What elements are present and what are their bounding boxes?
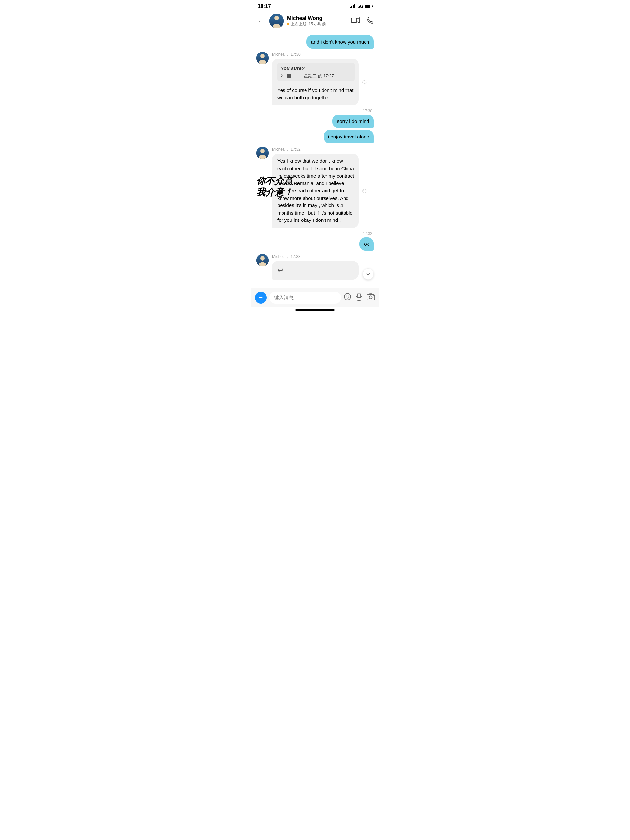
emoji-input-icon[interactable]	[344, 293, 351, 303]
chat-area: and i don't know you much Micheal， 17:30…	[251, 31, 379, 288]
battery-icon	[365, 5, 373, 8]
message-timestamp: 17:30	[256, 109, 374, 113]
chat-header: ← Micheal Wong 上次上线: 15 小时前	[251, 11, 379, 31]
contact-status: 上次上线: 15 小时前	[287, 21, 348, 27]
sent-message-3b: i enjoy travel alone	[256, 130, 374, 144]
message-bubble: sorry i do mind	[332, 115, 374, 128]
svg-rect-9	[358, 293, 360, 298]
camera-icon[interactable]	[366, 293, 375, 302]
header-actions	[351, 16, 374, 25]
received-message-6: Micheal， 17:33 ↩	[256, 254, 374, 279]
svg-rect-4	[351, 18, 357, 23]
message-content: Micheal， 17:32 Yes I know that we don't …	[272, 147, 374, 228]
quoted-message: You sure? ż ■ ，星期二 的 17:27	[277, 63, 355, 81]
message-input[interactable]	[269, 292, 341, 303]
message-content: Micheal， 17:30 You sure? ż ■ ，星期二 的 17:2…	[272, 52, 374, 105]
svg-point-7	[346, 295, 347, 296]
svg-rect-0	[350, 7, 351, 8]
sender-name: Micheal，	[272, 52, 289, 57]
network-type: 5G	[357, 4, 363, 9]
home-bar	[251, 307, 379, 312]
back-button[interactable]: ←	[256, 16, 266, 27]
status-icons: 5G	[350, 4, 373, 9]
status-bar: 10:17 5G	[251, 0, 379, 11]
sender-name: Micheal，	[272, 147, 289, 152]
sent-message-5: ok	[256, 237, 374, 251]
message-text: i enjoy travel alone	[328, 134, 369, 139]
sent-ok-group: 17:32 ok	[256, 231, 374, 251]
online-indicator	[287, 23, 289, 25]
microphone-icon[interactable]	[355, 293, 363, 303]
svg-rect-2	[353, 5, 354, 8]
sender-name: Micheal，	[272, 254, 289, 259]
message-timestamp: 17:32	[256, 231, 374, 236]
input-action-icons	[344, 293, 375, 303]
svg-point-6	[344, 293, 351, 300]
timestamp-group: 17:30 sorry i do mind i enjoy travel alo…	[256, 109, 374, 144]
sender-avatar	[256, 254, 269, 267]
svg-point-8	[348, 295, 349, 296]
sent-message-1: and i don't know you much	[256, 35, 374, 49]
video-call-icon[interactable]	[351, 17, 360, 25]
quote-redacted: ż ■ ，星期二 的 17:27	[281, 73, 351, 79]
received-message-2: Micheal， 17:30 You sure? ż ■ ，星期二 的 17:2…	[256, 52, 374, 105]
message-text: sorry i do mind	[337, 118, 369, 124]
contact-avatar[interactable]	[269, 14, 284, 28]
reaction-button[interactable]: ☺	[361, 77, 368, 87]
message-bubble: Yes I know that we don't know each other…	[272, 153, 358, 228]
svg-rect-1	[351, 6, 352, 8]
status-time: 10:17	[257, 3, 271, 9]
message-bubble: ↩	[272, 261, 358, 279]
input-bar: +	[251, 288, 379, 307]
sender-avatar	[256, 147, 269, 159]
message-time: 17:33	[291, 254, 300, 259]
message-text: and i don't know you much	[311, 39, 369, 45]
received-message-4: Micheal， 17:32 Yes I know that we don't …	[256, 147, 374, 228]
message-content: Micheal， 17:33 ↩	[272, 254, 374, 279]
last-seen: 上次上线: 15 小时前	[291, 21, 326, 27]
svg-point-14	[373, 295, 374, 296]
reply-arrow-icon: ↩	[277, 265, 283, 276]
message-bubble: You sure? ż ■ ，星期二 的 17:27 Yes of course…	[272, 59, 358, 105]
add-button[interactable]: +	[255, 292, 267, 303]
message-time: 17:32	[291, 147, 300, 152]
message-meta: Micheal， 17:32	[272, 147, 374, 152]
signal-icon	[350, 4, 356, 8]
message-bubble: ok	[359, 237, 374, 251]
sent-message-3a: sorry i do mind	[256, 115, 374, 128]
message-text: Yes I know that we don't know each other…	[277, 158, 354, 223]
message-meta: Micheal， 17:30	[272, 52, 374, 57]
svg-marker-5	[357, 18, 360, 23]
message-meta: Micheal， 17:33	[272, 254, 374, 259]
plus-icon: +	[259, 293, 263, 302]
svg-point-13	[369, 296, 373, 298]
message-bubble: and i don't know you much	[306, 35, 374, 49]
reaction-button[interactable]: ☺	[361, 186, 368, 196]
quote-text: You sure?	[281, 65, 351, 72]
scroll-down-button[interactable]	[363, 268, 374, 279]
sender-avatar	[256, 52, 269, 64]
phone-call-icon[interactable]	[366, 16, 374, 25]
contact-name: Micheal Wong	[287, 16, 348, 21]
message-text: Yes of course if you don't mind that we …	[277, 87, 354, 100]
message-text: ok	[364, 241, 369, 247]
message-bubble: i enjoy travel alone	[324, 130, 374, 144]
message-time: 17:30	[291, 52, 300, 57]
home-indicator	[295, 309, 335, 311]
svg-rect-3	[354, 4, 355, 8]
contact-info: Micheal Wong 上次上线: 15 小时前	[287, 16, 348, 27]
